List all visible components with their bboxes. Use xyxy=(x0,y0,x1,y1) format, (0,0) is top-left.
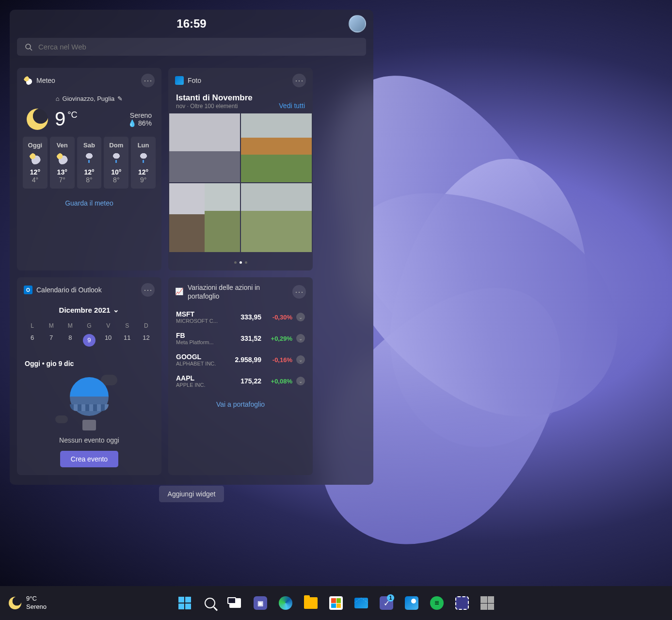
spotify-button[interactable]: ≡ xyxy=(427,593,447,613)
calendar-day[interactable]: 9 xyxy=(80,332,98,349)
forecast-day[interactable]: Sab 12° 8° xyxy=(77,137,102,189)
svg-line-1 xyxy=(30,48,32,50)
stock-row[interactable]: GOOGL ALPHABET INC. 2.958,99 -0,16% ⌄ xyxy=(168,349,313,370)
photos-app-button[interactable] xyxy=(401,593,422,613)
droplet-icon: 💧 xyxy=(128,119,136,127)
create-event-button[interactable]: Crea evento xyxy=(60,451,118,467)
search-icon xyxy=(25,43,32,51)
calendar-day[interactable]: 8 xyxy=(61,332,80,349)
taskbar-weather[interactable]: 9°C Sereno xyxy=(0,595,55,611)
stock-change: -0,30% xyxy=(265,314,292,321)
search-input[interactable] xyxy=(38,43,358,51)
stock-change: -0,16% xyxy=(265,356,292,364)
forecast-day[interactable]: Dom 10° 8° xyxy=(104,137,128,189)
calendar-weekday-header: M xyxy=(61,320,80,332)
widget-menu-button[interactable]: ⋯ xyxy=(141,74,155,87)
mail-icon xyxy=(354,598,368,608)
weather-condition: Sereno xyxy=(128,111,152,119)
weather-location[interactable]: ⌂ Giovinazzo, Puglia ✎ xyxy=(17,93,161,104)
weather-link[interactable]: Guarda il meteo xyxy=(17,194,161,215)
calendar-day[interactable]: 10 xyxy=(99,332,118,349)
chevron-down-icon[interactable]: ⌄ xyxy=(296,334,305,343)
taskview-icon xyxy=(229,598,241,608)
edit-icon[interactable]: ✎ xyxy=(117,95,123,102)
search-bar[interactable] xyxy=(17,38,366,56)
weather-day-icon xyxy=(29,153,41,164)
photo-thumbnail[interactable] xyxy=(169,113,240,182)
microsoft-store-button[interactable] xyxy=(326,593,346,613)
start-button[interactable] xyxy=(175,593,195,613)
calendar-weekday-header: V xyxy=(99,320,118,332)
forecast-day[interactable]: Lun 12° 9° xyxy=(131,137,156,189)
photo-thumbnail[interactable] xyxy=(205,183,240,252)
chevron-down-icon[interactable]: ⌄ xyxy=(296,313,305,321)
calendar-today-label: Oggi • gio 9 dic xyxy=(17,355,161,372)
current-temperature: 9°C xyxy=(55,108,77,130)
taskbar: 9°C Sereno ▣ ✓1 ≡ xyxy=(0,586,672,620)
stock-symbol: MSFT xyxy=(176,310,224,318)
notification-badge: 1 xyxy=(387,594,394,602)
calendar-weekday-header: D xyxy=(137,320,156,332)
calendar-weekday-header: G xyxy=(80,320,98,332)
widget-menu-button[interactable]: ⋯ xyxy=(292,285,306,299)
stocks-portfolio-link[interactable]: Vai a portafoglio xyxy=(168,392,313,418)
stock-price: 175,22 xyxy=(228,377,261,385)
weather-day-icon xyxy=(138,153,149,164)
stock-row[interactable]: FB Meta Platform... 331,52 +0,29% ⌄ xyxy=(168,328,313,349)
task-view-button[interactable] xyxy=(225,593,245,613)
stock-change: +0,29% xyxy=(265,335,292,342)
snipping-tool-button[interactable] xyxy=(452,593,472,613)
photos-subtitle: nov · Oltre 100 elementi xyxy=(176,103,253,110)
svg-point-0 xyxy=(26,44,31,49)
stock-row[interactable]: AAPL APPLE INC. 175,22 +0,08% ⌄ xyxy=(168,370,313,392)
calendar-day[interactable]: 6 xyxy=(23,332,42,349)
weather-widget[interactable]: Meteo ⋯ ⌂ Giovinazzo, Puglia ✎ 9°C Seren… xyxy=(17,68,161,270)
chevron-down-icon: ⌄ xyxy=(113,305,119,314)
calendar-empty-text: Nessun evento oggi xyxy=(17,436,161,444)
mail-button[interactable] xyxy=(351,593,371,613)
file-explorer-button[interactable] xyxy=(301,593,321,613)
user-avatar[interactable] xyxy=(349,15,366,32)
stock-symbol: GOOGL xyxy=(176,353,224,361)
stocks-title: Variazioni delle azioni in portafoglio xyxy=(188,283,288,301)
calendar-day[interactable]: 11 xyxy=(118,332,137,349)
outlook-icon: O xyxy=(24,286,32,294)
stock-company: ALPHABET INC. xyxy=(176,361,224,366)
carousel-dots[interactable] xyxy=(168,252,313,270)
stocks-widget[interactable]: 📈 Variazioni delle azioni in portafoglio… xyxy=(168,277,313,475)
photos-title: Foto xyxy=(188,77,288,84)
calendar-month-selector[interactable]: Dicembre 2021 ⌄ xyxy=(17,302,161,317)
stock-company: APPLE INC. xyxy=(176,382,224,388)
stock-price: 2.958,99 xyxy=(228,356,261,364)
weather-day-icon xyxy=(111,153,122,164)
taskbar-temp: 9°C xyxy=(26,595,47,603)
widget-menu-button[interactable]: ⋯ xyxy=(292,74,306,87)
panel-time: 16:59 xyxy=(176,17,206,31)
photo-thumbnail[interactable] xyxy=(241,113,312,182)
edge-button[interactable] xyxy=(275,593,296,613)
todo-button[interactable]: ✓1 xyxy=(376,593,397,613)
stock-row[interactable]: MSFT MICROSOFT C... 333,95 -0,30% ⌄ xyxy=(168,306,313,328)
photos-see-all-link[interactable]: Vedi tutti xyxy=(279,102,305,110)
calendar-day[interactable]: 12 xyxy=(137,332,156,349)
chevron-down-icon[interactable]: ⌄ xyxy=(296,355,305,364)
photos-widget[interactable]: Foto ⋯ Istanti di Novembre nov · Oltre 1… xyxy=(168,68,313,270)
calendar-widget[interactable]: O Calendario di Outlook ⋯ Dicembre 2021 … xyxy=(17,277,161,475)
forecast-day[interactable]: Oggi 12° 4° xyxy=(23,137,48,189)
stock-symbol: AAPL xyxy=(176,374,224,382)
office-icon xyxy=(480,596,494,610)
search-button[interactable] xyxy=(200,593,220,613)
add-widget-button[interactable]: Aggiungi widget xyxy=(159,486,224,502)
widget-menu-button[interactable]: ⋯ xyxy=(141,283,155,297)
chevron-down-icon[interactable]: ⌄ xyxy=(296,377,305,385)
folder-icon xyxy=(304,597,318,609)
photo-thumbnail[interactable] xyxy=(241,183,312,252)
teams-icon: ▣ xyxy=(254,596,267,610)
photo-thumbnail[interactable] xyxy=(169,183,205,252)
moon-icon xyxy=(27,109,48,130)
balloon-illustration xyxy=(70,377,109,430)
calendar-day[interactable]: 7 xyxy=(42,332,61,349)
teams-chat-button[interactable]: ▣ xyxy=(250,593,271,613)
forecast-day[interactable]: Ven 13° 7° xyxy=(50,137,75,189)
office-button[interactable] xyxy=(477,593,497,613)
